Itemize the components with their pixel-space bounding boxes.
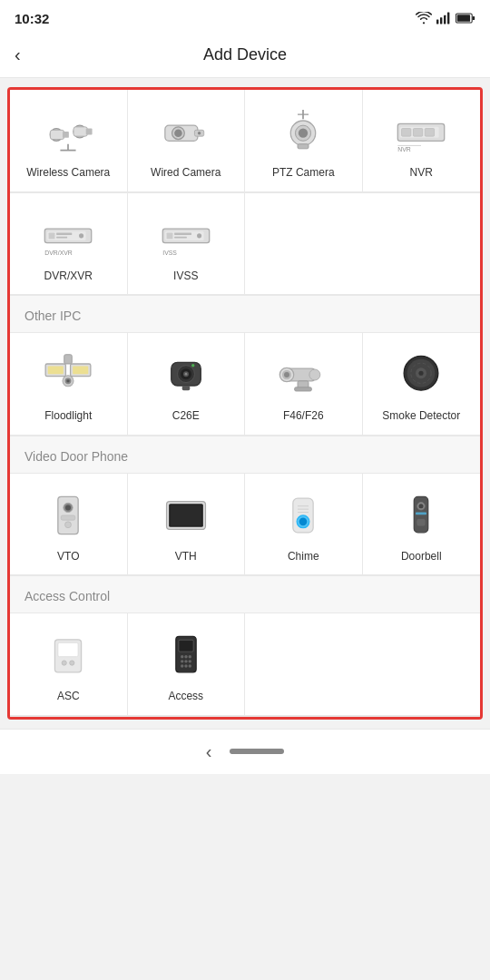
device-item-wireless-camera[interactable]: Wireless Camera [10,90,128,192]
svg-rect-13 [74,127,87,136]
device-item-floodlight[interactable]: Floodlight [10,333,128,436]
back-button[interactable]: ‹ [15,44,21,65]
status-icons [416,12,475,24]
device-item-f46-f26[interactable]: F46/F26 [245,333,363,436]
svg-point-98 [70,661,74,665]
ivss-icon: IVSS [157,206,215,264]
empty-cell-ac-1 [245,613,363,716]
home-indicator[interactable] [230,749,284,754]
device-item-doorbell[interactable]: Doorbell [363,474,481,576]
svg-point-61 [184,373,187,376]
smoke-detector-label: Smoke Detector [382,409,460,424]
c26e-label: C26E [172,409,200,424]
other-ipc-section-label: Other IPC [10,296,480,333]
nvr-icon: NVR [392,103,450,161]
vto-icon [39,486,97,544]
ivss-label: IVSS [173,270,198,284]
device-item-smoke-detector[interactable]: Smoke Detector [363,333,481,436]
camera-grid-top: Wireless Camera Wired Camera [10,90,480,193]
bottom-bar: ‹ [0,729,490,774]
device-item-wired-camera[interactable]: Wired Camera [128,90,246,192]
svg-rect-93 [416,512,426,514]
svg-point-110 [188,665,191,668]
svg-rect-44 [166,232,172,239]
access-label: Access [168,690,203,704]
svg-rect-31 [414,129,423,137]
svg-point-67 [284,372,289,377]
chime-label: Chime [288,550,319,564]
svg-point-102 [181,655,183,658]
floodlight-icon [39,346,97,404]
svg-point-103 [184,655,187,658]
content-area: Wireless Camera Wired Camera [7,87,483,720]
svg-rect-37 [49,232,55,239]
other-ipc-grid: Floodlight C26E [10,333,480,436]
svg-rect-51 [48,367,64,375]
svg-point-78 [65,505,71,510]
device-item-c26e[interactable]: C26E [128,333,246,436]
device-item-chime[interactable]: Chime [245,474,363,576]
svg-point-89 [299,517,308,525]
svg-point-106 [184,661,187,663]
svg-point-92 [419,504,424,508]
svg-point-21 [198,132,201,134]
svg-text:IVSS: IVSS [162,250,177,256]
bottom-back-button[interactable]: ‹ [206,741,212,762]
device-item-dvr-xvr[interactable]: DVR/XVR DVR/XVR [10,193,128,296]
svg-point-68 [309,369,320,380]
doorbell-label: Doorbell [401,550,442,564]
svg-point-105 [181,661,183,663]
device-item-access[interactable]: Access [128,613,246,716]
svg-point-107 [188,661,191,663]
svg-rect-10 [63,132,69,138]
svg-point-26 [299,129,308,138]
access-control-section-label: Access Control [10,576,480,613]
svg-point-56 [67,379,70,382]
svg-rect-3 [447,13,449,24]
svg-point-97 [62,661,66,665]
svg-text:DVR/XVR: DVR/XVR [45,250,73,256]
f46-f26-icon [274,346,332,404]
page-title: Add Device [203,45,287,64]
svg-rect-1 [440,17,442,24]
svg-rect-9 [51,130,64,139]
device-item-ptz-camera[interactable]: PTZ Camera [245,90,363,192]
device-item-ivss[interactable]: IVSS IVSS [128,193,246,296]
svg-rect-53 [73,367,88,375]
asc-label: ASC [57,690,80,704]
nvr-label: NVR [410,166,433,181]
svg-rect-46 [174,236,187,238]
video-door-phone-section-label: Video Door Phone [10,436,480,474]
svg-rect-101 [179,641,192,652]
floodlight-label: Floodlight [44,409,92,424]
access-icon [157,626,215,684]
asc-icon [39,626,97,684]
svg-rect-49 [64,355,73,364]
svg-rect-83 [171,505,201,525]
svg-rect-79 [62,515,75,520]
camera-grid-bottom: DVR/XVR DVR/XVR IVSS IVSS [10,193,480,297]
svg-point-47 [197,233,201,238]
device-item-asc[interactable]: ASC [10,613,128,716]
svg-point-75 [419,371,424,376]
wireless-camera-icon [39,103,97,161]
device-item-vth[interactable]: VTH [128,474,246,576]
vto-label: VTO [57,550,79,564]
svg-text:NVR: NVR [398,146,412,152]
svg-rect-70 [295,387,312,391]
wired-camera-label: Wired Camera [151,166,220,181]
wired-camera-icon [157,103,215,161]
empty-cell-ac-2 [363,613,481,716]
svg-point-80 [65,522,72,528]
device-item-nvr[interactable]: NVR NVR [363,90,481,192]
dvr-xvr-label: DVR/XVR [44,270,93,284]
wifi-icon [416,12,432,24]
svg-rect-45 [174,232,191,235]
vth-icon [157,486,215,544]
svg-rect-63 [181,386,190,390]
page-header: ‹ Add Device [0,33,490,78]
svg-rect-2 [444,15,446,24]
device-item-vto[interactable]: VTO [10,474,128,576]
svg-rect-14 [86,129,93,135]
svg-point-104 [188,655,191,658]
